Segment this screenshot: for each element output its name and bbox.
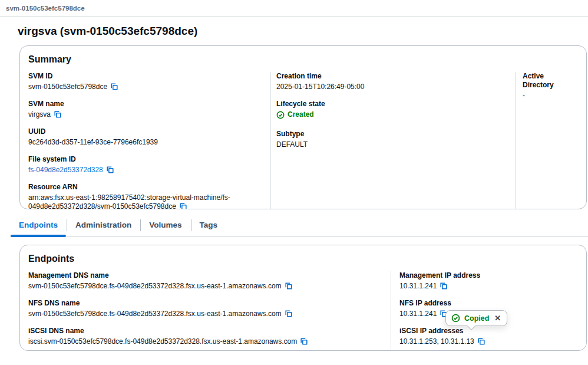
- summary-column-2: Creation time 2025-01-15T10:26:49-05:00 …: [270, 72, 515, 209]
- copy-icon[interactable]: [300, 337, 308, 346]
- check-circle-icon: [276, 111, 285, 119]
- field-lifecycle-state: Lifecycle state Created: [276, 100, 515, 121]
- active-directory-value: -: [523, 91, 525, 100]
- creation-time-value: 2025-01-15T10:26:49-05:00: [276, 83, 364, 91]
- copy-icon[interactable]: [110, 83, 118, 91]
- field-management-dns: Management DNS name svm-0150c53efc5798dc…: [28, 271, 385, 291]
- copied-message: Copied: [464, 314, 489, 323]
- field-file-system-id: File system ID fs-049d8e2d53372d328: [28, 155, 265, 175]
- field-svm-name: SVM name virgsva: [28, 100, 265, 119]
- endpoints-heading: Endpoints: [28, 254, 577, 264]
- subtype-value: DEFAULT: [276, 140, 308, 149]
- tab-volumes[interactable]: Volumes: [140, 218, 190, 236]
- copy-icon[interactable]: [54, 110, 62, 119]
- nfs-ip-value: 10.31.1.241: [399, 310, 437, 318]
- breadcrumb-current: svm-0150c53efc5798dce: [6, 5, 85, 12]
- copied-popover: Copied ✕: [445, 310, 507, 326]
- uuid-label: UUID: [28, 127, 265, 136]
- iscsi-ip-value: 10.31.1.253, 10.31.1.13: [399, 337, 474, 346]
- subtype-label: Subtype: [276, 130, 515, 139]
- management-ip-value: 10.31.1.241: [399, 282, 437, 290]
- resource-arn-label: Resource ARN: [28, 183, 265, 192]
- tab-bar: Endpoints Administration Volumes Tags: [10, 218, 588, 236]
- iscsi-dns-value: iscsi.svm-0150c53efc5798dce.fs-049d8e2d5…: [28, 337, 297, 346]
- breadcrumb-bar: svm-0150c53efc5798dce: [0, 0, 588, 17]
- copy-icon[interactable]: [440, 282, 448, 290]
- field-nfs-dns: NFS DNS name svm-0150c53efc5798dce.fs-04…: [28, 299, 385, 318]
- copy-icon[interactable]: [285, 310, 293, 318]
- creation-time-label: Creation time: [276, 72, 515, 81]
- resource-arn-value: arn:aws:fsx:us-east-1:982589175402:stora…: [28, 193, 230, 209]
- field-svm-id: SVM ID svm-0150c53efc5798dce: [28, 72, 265, 91]
- field-iscsi-ip: iSCSI IP addresses 10.31.1.253, 10.31.1.…: [399, 327, 577, 346]
- field-creation-time: Creation time 2025-01-15T10:26:49-05:00: [276, 72, 515, 91]
- nfs-dns-label: NFS DNS name: [28, 299, 385, 308]
- status-badge: Created: [276, 110, 314, 119]
- management-dns-value: svm-0150c53efc5798dce.fs-049d8e2d53372d3…: [28, 282, 282, 290]
- field-iscsi-dns: iSCSI DNS name iscsi.svm-0150c53efc5798d…: [28, 327, 385, 346]
- management-dns-label: Management DNS name: [28, 271, 385, 280]
- file-system-id-link[interactable]: fs-049d8e2d53372d328: [28, 166, 103, 174]
- iscsi-dns-label: iSCSI DNS name: [28, 327, 385, 336]
- lifecycle-state-value: Created: [288, 110, 314, 119]
- endpoints-card: Endpoints Management DNS name svm-0150c5…: [19, 245, 587, 351]
- close-icon[interactable]: ✕: [494, 314, 501, 322]
- tab-tags[interactable]: Tags: [191, 218, 227, 236]
- endpoints-column-1: Management DNS name svm-0150c53efc5798dc…: [28, 271, 391, 351]
- lifecycle-state-label: Lifecycle state: [276, 100, 515, 108]
- tab-administration[interactable]: Administration: [67, 218, 140, 236]
- svm-id-value: svm-0150c53efc5798dce: [28, 83, 107, 91]
- field-resource-arn: Resource ARN arn:aws:fsx:us-east-1:98258…: [28, 183, 265, 209]
- copy-icon[interactable]: [477, 337, 485, 346]
- svm-name-value: virgsva: [28, 110, 51, 119]
- copy-icon[interactable]: [106, 166, 114, 174]
- management-ip-label: Management IP address: [399, 271, 577, 280]
- svm-id-label: SVM ID: [28, 72, 265, 81]
- field-subtype: Subtype DEFAULT: [276, 130, 515, 149]
- field-management-ip: Management IP address 10.31.1.241: [399, 271, 577, 291]
- success-check-icon: [451, 314, 460, 323]
- summary-heading: Summary: [28, 54, 577, 65]
- file-system-id-label: File system ID: [28, 155, 265, 164]
- copy-icon[interactable]: [285, 282, 293, 290]
- iscsi-ip-label: iSCSI IP addresses: [399, 327, 577, 336]
- nfs-ip-label: NFS IP address: [399, 299, 577, 308]
- page-title: virgsva (svm-0150c53efc5798dce): [18, 25, 588, 38]
- summary-column-3: Active Directory -: [515, 72, 577, 209]
- field-active-directory: Active Directory -: [523, 72, 577, 100]
- field-uuid: UUID 9c264d3d-d357-11ef-93ce-7796e6fc193…: [28, 127, 265, 147]
- active-directory-label: Active Directory: [523, 72, 577, 90]
- summary-column-1: SVM ID svm-0150c53efc5798dce SVM name vi…: [28, 72, 270, 209]
- nfs-dns-value: svm-0150c53efc5798dce.fs-049d8e2d53372d3…: [28, 310, 282, 318]
- svm-name-label: SVM name: [28, 100, 265, 108]
- uuid-value: 9c264d3d-d357-11ef-93ce-7796e6fc1939: [28, 138, 158, 146]
- copy-icon[interactable]: [179, 202, 187, 209]
- summary-card: Summary SVM ID svm-0150c53efc5798dce SVM…: [19, 45, 587, 209]
- tab-endpoints[interactable]: Endpoints: [10, 218, 67, 236]
